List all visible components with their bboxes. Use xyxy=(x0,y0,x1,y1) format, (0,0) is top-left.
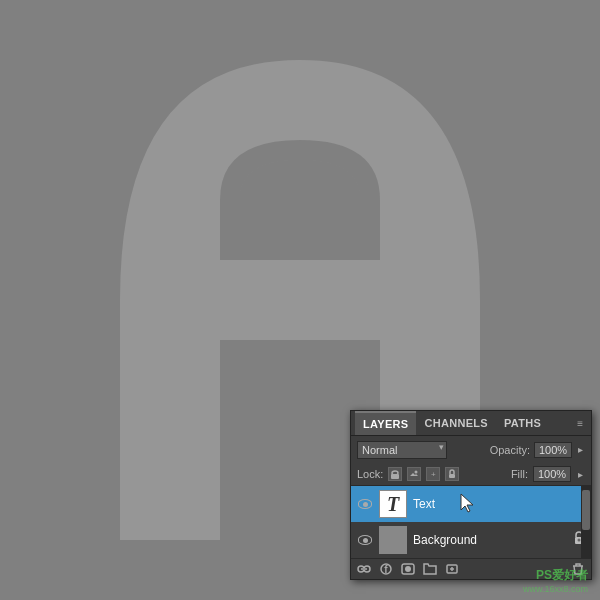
tab-layers[interactable]: LAYERS xyxy=(355,411,416,435)
panel-menu-icon[interactable]: ≡ xyxy=(573,414,587,433)
opacity-value[interactable]: 100% xyxy=(534,442,572,458)
add-mask-icon[interactable] xyxy=(401,562,415,576)
layer-name-text: Text xyxy=(413,497,585,511)
layers-panel: LAYERS CHANNELS PATHS ≡ Normal Opacity: … xyxy=(350,410,592,580)
panel-scrollbar[interactable] xyxy=(581,486,591,558)
layer-visibility-background[interactable] xyxy=(357,532,373,548)
blend-opacity-row: Normal Opacity: 100% ▸ xyxy=(351,436,591,463)
layer-name-background: Background xyxy=(413,533,567,547)
svg-point-2 xyxy=(415,471,418,474)
cursor-icon xyxy=(459,492,477,514)
blend-mode-selector[interactable]: Normal xyxy=(357,440,447,459)
fill-arrow[interactable]: ▸ xyxy=(576,468,585,481)
layer-thumbnail-text: T xyxy=(379,490,407,518)
lock-all-icon[interactable] xyxy=(445,467,459,481)
watermark-url: www.16xx8.com xyxy=(523,584,588,594)
layer-row-text[interactable]: T Text xyxy=(351,486,591,522)
lock-transparent-icon[interactable] xyxy=(388,467,402,481)
svg-rect-3 xyxy=(449,474,455,478)
svg-rect-1 xyxy=(392,471,398,475)
create-layer-icon[interactable] xyxy=(445,562,459,576)
link-layers-icon[interactable] xyxy=(357,562,371,576)
create-group-icon[interactable] xyxy=(423,562,437,576)
blend-mode-select[interactable]: Normal xyxy=(357,441,447,459)
opacity-label: Opacity: xyxy=(490,444,530,456)
svg-marker-4 xyxy=(461,494,473,512)
layer-thumbnail-background xyxy=(379,526,407,554)
panel-tabs-bar: LAYERS CHANNELS PATHS ≡ xyxy=(351,411,591,436)
fill-label: Fill: xyxy=(511,468,528,480)
opacity-arrow[interactable]: ▸ xyxy=(576,443,585,456)
tab-channels[interactable]: CHANNELS xyxy=(416,412,496,434)
watermark-ps: PS爱好者 xyxy=(523,567,588,584)
scrollbar-thumb[interactable] xyxy=(582,490,590,530)
eye-icon-text xyxy=(358,499,372,509)
layer-row-background[interactable]: Background xyxy=(351,522,591,558)
lock-image-icon[interactable] xyxy=(407,467,421,481)
tab-paths[interactable]: PATHS xyxy=(496,412,549,434)
fill-value[interactable]: 100% xyxy=(533,466,571,482)
lock-fill-row: Lock: + Fill: 100% ▸ xyxy=(351,463,591,486)
watermark: PS爱好者 www.16xx8.com xyxy=(523,567,588,594)
layers-list: T Text Background xyxy=(351,486,591,558)
lock-label: Lock: xyxy=(357,468,383,480)
eye-icon-background xyxy=(358,535,372,545)
svg-point-14 xyxy=(405,566,411,572)
add-style-icon[interactable]: f xyxy=(379,562,393,576)
lock-position-icon[interactable]: + xyxy=(426,467,440,481)
layer-visibility-text[interactable] xyxy=(357,496,373,512)
